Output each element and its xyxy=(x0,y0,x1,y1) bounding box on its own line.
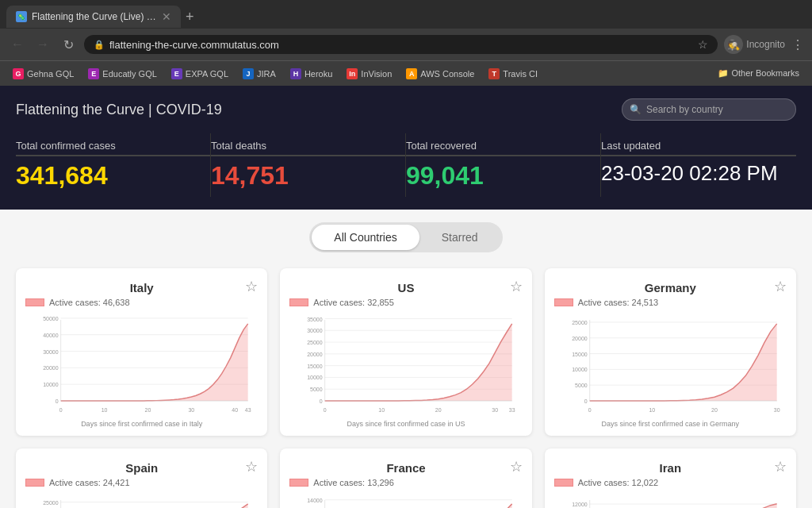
star-button-italy[interactable]: ☆ xyxy=(245,278,258,295)
chart-title-france: France xyxy=(289,461,522,475)
active-tab[interactable]: 🦠 Flattening the Curve (Live) | CO... ✕ xyxy=(6,6,181,28)
bookmark-icon: E xyxy=(171,68,182,79)
nav-bar: ← → ↻ 🔒 flattening-the-curve.commutatus.… xyxy=(0,29,812,60)
app-header: Flattening the Curve | COVID-19 🔍 Total … xyxy=(0,86,812,210)
svg-text:0: 0 xyxy=(56,398,59,404)
bookmark-other[interactable]: 📁 Other Bookmarks xyxy=(713,67,804,80)
bookmark-jira[interactable]: J JIRA xyxy=(238,67,281,81)
star-button-france[interactable]: ☆ xyxy=(510,458,523,475)
bookmark-aws[interactable]: A AWS Console xyxy=(401,67,479,81)
back-button[interactable]: ← xyxy=(8,37,27,52)
deaths-stat: Total deaths 14,751 xyxy=(211,133,406,197)
svg-text:30000: 30000 xyxy=(43,349,59,355)
legend-label: Active cases: 24,513 xyxy=(578,298,659,307)
svg-text:25000: 25000 xyxy=(308,340,324,345)
bookmark-invision[interactable]: In InVision xyxy=(342,67,396,81)
confirmed-value: 341,684 xyxy=(16,161,210,190)
svg-text:20: 20 xyxy=(711,407,718,413)
svg-text:10000: 10000 xyxy=(308,375,324,380)
bookmark-heroku[interactable]: H Heroku xyxy=(285,67,337,81)
bookmark-label: Gehna GQL xyxy=(27,69,74,79)
updated-value: 23-03-20 02:28 PM xyxy=(601,161,796,186)
forward-button[interactable]: → xyxy=(33,37,52,52)
new-tab-button[interactable]: + xyxy=(186,9,194,25)
tab-starred[interactable]: Starred xyxy=(419,225,500,250)
bookmark-label: 📁 Other Bookmarks xyxy=(718,68,799,79)
legend-label: Active cases: 12,022 xyxy=(578,478,659,487)
bookmark-star-icon[interactable]: ☆ xyxy=(698,38,708,51)
legend-label: Active cases: 32,855 xyxy=(313,298,394,307)
bookmark-label: Travis CI xyxy=(503,69,538,79)
chart-area-germany: 2500020000150001000050000 0102030 xyxy=(554,314,787,417)
chart-title-us: US xyxy=(289,281,522,294)
svg-text:12000: 12000 xyxy=(572,502,588,507)
search-icon: 🔍 xyxy=(630,104,642,115)
svg-text:40: 40 xyxy=(232,407,238,413)
bookmark-label: EXPA GQL xyxy=(186,69,228,79)
bookmark-travis[interactable]: T Travis CI xyxy=(484,67,542,81)
chart-legend-spain: Active cases: 24,421 xyxy=(25,478,258,487)
bookmark-gehna[interactable]: G Gehna GQL xyxy=(8,67,79,81)
star-button-spain[interactable]: ☆ xyxy=(245,458,258,475)
svg-text:20000: 20000 xyxy=(308,352,324,357)
browser-window: 🦠 Flattening the Curve (Live) | CO... ✕ … xyxy=(0,0,812,508)
legend-swatch xyxy=(289,298,308,306)
bookmark-educatly[interactable]: E Educatly GQL xyxy=(83,67,161,81)
search-input[interactable] xyxy=(622,98,796,121)
chart-legend-germany: Active cases: 24,513 xyxy=(554,298,787,307)
refresh-button[interactable]: ↻ xyxy=(59,37,78,52)
chart-x-label-italy: Days since first confirmed case in Italy xyxy=(25,420,258,428)
svg-text:25000: 25000 xyxy=(572,320,588,325)
incognito-icon: 🕵 xyxy=(724,35,743,54)
legend-label: Active cases: 13,296 xyxy=(313,478,394,487)
star-button-iran[interactable]: ☆ xyxy=(774,458,787,475)
updated-label: Last updated xyxy=(601,140,796,156)
svg-text:40000: 40000 xyxy=(43,333,59,338)
tab-close-button[interactable]: ✕ xyxy=(162,10,171,23)
chart-card-us: US ☆ Active cases: 32,855 35000300002500… xyxy=(280,268,531,436)
svg-text:50000: 50000 xyxy=(43,316,59,321)
deaths-label: Total deaths xyxy=(211,140,405,156)
tabs: All Countries Starred xyxy=(309,222,502,252)
legend-swatch xyxy=(289,479,308,487)
svg-text:20000: 20000 xyxy=(572,336,588,341)
chart-title-iran: Iran xyxy=(554,461,787,475)
confirmed-stat: Total confirmed cases 341,684 xyxy=(16,133,211,197)
chart-area-france: 14000120001000080006000400020000 0102026 xyxy=(289,494,522,508)
bookmark-expa[interactable]: E EXPA GQL xyxy=(167,67,233,81)
svg-text:0: 0 xyxy=(588,407,591,413)
search-container: 🔍 xyxy=(622,98,796,121)
legend-label: Active cases: 46,638 xyxy=(49,298,130,307)
site-title: Flattening the Curve | COVID-19 xyxy=(16,102,222,118)
bookmark-icon: H xyxy=(290,68,301,79)
tab-title: Flattening the Curve (Live) | CO... xyxy=(32,11,157,22)
bookmark-label: JIRA xyxy=(257,69,276,79)
svg-text:30000: 30000 xyxy=(308,328,324,333)
svg-text:10: 10 xyxy=(379,407,385,413)
chart-svg-us: 35000300002500020000150001000050000 0102… xyxy=(289,314,522,417)
main-content: All Countries Starred Italy ☆ Active cas… xyxy=(0,210,812,508)
tab-favicon: 🦠 xyxy=(16,11,27,22)
bookmark-label: InVision xyxy=(361,69,392,79)
menu-button[interactable]: ⋮ xyxy=(791,37,804,52)
svg-text:15000: 15000 xyxy=(572,352,588,357)
recovered-value: 99,041 xyxy=(406,161,600,190)
chart-card-germany: Germany ☆ Active cases: 24,513 250002000… xyxy=(545,268,796,436)
legend-swatch xyxy=(25,298,44,306)
chart-legend-france: Active cases: 13,296 xyxy=(289,478,522,487)
chart-svg-iran: 14000120001000080006000400020000 0102029 xyxy=(554,494,787,508)
recovered-label: Total recovered xyxy=(406,140,600,156)
address-bar[interactable]: 🔒 flattening-the-curve.commutatus.com ☆ xyxy=(84,35,718,54)
lock-icon: 🔒 xyxy=(94,40,105,50)
chart-svg-france: 14000120001000080006000400020000 0102026 xyxy=(289,494,522,508)
tab-all-countries[interactable]: All Countries xyxy=(312,225,419,250)
incognito-button[interactable]: 🕵 Incognito xyxy=(724,35,785,54)
star-button-us[interactable]: ☆ xyxy=(510,278,523,295)
svg-text:43: 43 xyxy=(245,407,251,413)
chart-svg-italy: 50000400003000020000100000 01020304043 xyxy=(25,314,258,417)
star-button-germany[interactable]: ☆ xyxy=(774,278,787,295)
chart-title-spain: Spain xyxy=(25,461,258,475)
bookmark-icon: In xyxy=(347,68,358,79)
chart-legend-italy: Active cases: 46,638 xyxy=(25,298,258,307)
chart-area-iran: 14000120001000080006000400020000 0102029 xyxy=(554,494,787,508)
